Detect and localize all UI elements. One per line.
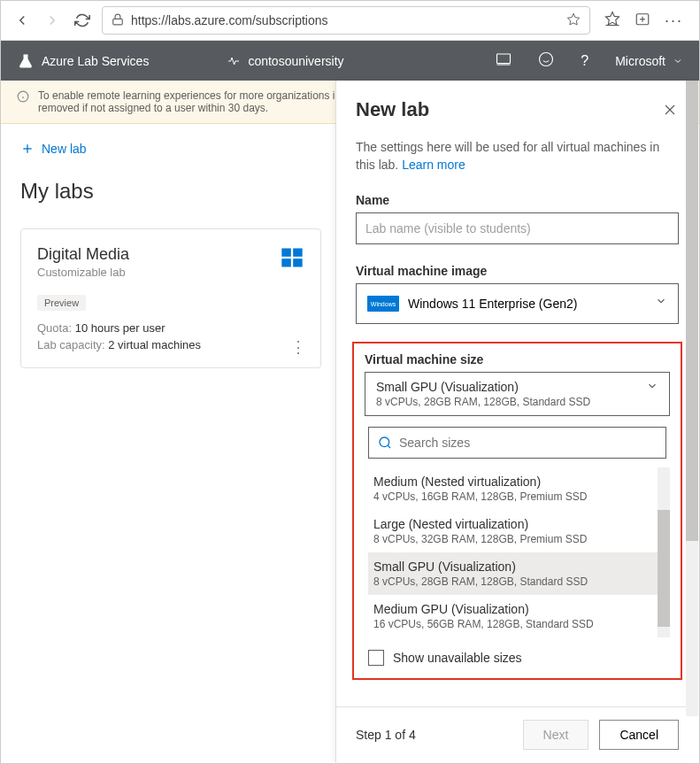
svg-marker-1 [567,13,579,25]
size-search[interactable] [368,427,666,459]
size-scrollbar[interactable] [658,467,670,637]
image-label: Virtual machine image [356,264,679,278]
selected-size-spec: 8 vCPUs, 28GB RAM, 128GB, Standard SSD [376,396,658,408]
org-icon [227,54,241,68]
step-indicator: Step 1 of 4 [356,728,416,742]
collections-icon[interactable] [635,11,650,30]
windows-icon [280,245,304,270]
vm-size-select[interactable]: Small GPU (Visualization) 8 vCPUs, 28GB … [365,372,670,416]
lab-more-button[interactable]: ⋮ [290,337,308,357]
name-label: Name [356,193,679,207]
size-label: Virtual machine size [365,352,670,367]
size-option-name: Medium (Nested virtualization) [373,475,661,489]
size-option[interactable]: Medium GPU (Visualization)16 vCPUs, 56GB… [368,595,666,637]
size-option-spec: 16 vCPUs, 56GB RAM, 128GB, Standard SSD [373,618,661,630]
plus-icon [20,142,35,156]
org-selector[interactable]: contosouniversity [227,54,343,68]
vm-image-select[interactable]: Windows Windows 11 Enterprise (Gen2) [356,283,679,324]
azure-header: Azure Lab Services contosouniversity ? M… [1,41,699,81]
account-name: Microsoft [615,54,665,68]
size-option[interactable]: Large (Nested virtualization)8 vCPUs, 32… [368,510,666,552]
show-unavailable-label: Show unavailable sizes [393,651,522,665]
size-option-name: Small GPU (Visualization) [373,559,661,574]
show-unavailable-checkbox[interactable] [368,650,384,666]
svg-rect-17 [281,259,291,266]
cancel-button[interactable]: Cancel [599,720,679,750]
lock-icon [112,13,124,28]
forward-button[interactable] [42,10,63,31]
selected-size-name: Small GPU (Visualization) [376,380,658,394]
size-option[interactable]: Medium (Nested virtualization)4 vCPUs, 1… [368,467,666,510]
close-button[interactable] [661,101,679,119]
feedback-icon[interactable] [538,51,554,70]
size-option[interactable]: Small GPU (Visualization)8 vCPUs, 28GB R… [368,552,666,595]
url-text: https://labs.azure.com/subscriptions [131,13,559,27]
chevron-down-icon [646,380,658,396]
svg-rect-7 [497,54,511,64]
new-lab-panel: New lab The settings here will be used f… [335,81,698,762]
more-icon[interactable]: ··· [665,12,683,30]
svg-rect-15 [281,249,291,257]
star-add-icon[interactable] [566,12,581,29]
monitor-icon[interactable] [496,51,512,70]
search-icon [378,436,392,450]
chevron-down-icon [673,56,683,66]
show-unavailable-row[interactable]: Show unavailable sizes [368,650,666,666]
svg-marker-2 [605,12,619,25]
lab-quota: Quota: 10 hours per user [37,321,304,335]
svg-rect-18 [293,259,303,266]
lab-name-input[interactable] [356,212,679,244]
chevron-down-icon [655,295,667,311]
account-menu[interactable]: Microsoft [615,54,683,68]
product-logo[interactable]: Azure Lab Services [17,52,149,70]
new-lab-button[interactable]: New lab [20,138,87,159]
back-button[interactable] [12,10,33,31]
favorites-icon[interactable] [604,11,620,30]
lab-card[interactable]: Digital Media Customizable lab Preview Q… [20,228,321,368]
browser-toolbar: https://labs.azure.com/subscriptions ··· [1,1,699,41]
lab-capacity: Lab capacity: 2 virtual machines [37,338,304,351]
svg-point-21 [380,437,389,447]
product-name: Azure Lab Services [42,54,149,68]
size-option-name: Medium GPU (Visualization) [373,602,661,616]
lab-name: Digital Media [37,245,304,264]
size-option-name: Large (Nested virtualization) [373,517,661,531]
panel-scrollbar[interactable] [686,81,698,716]
next-button[interactable]: Next [523,720,589,750]
panel-title: New lab [356,98,429,121]
size-option-spec: 8 vCPUs, 32GB RAM, 128GB, Premium SSD [373,533,661,545]
org-name: contosouniversity [248,54,343,68]
refresh-button[interactable] [72,10,93,31]
panel-description: The settings here will be used for all v… [356,139,679,174]
size-option-spec: 8 vCPUs, 28GB RAM, 128GB, Standard SSD [373,575,661,588]
address-bar[interactable]: https://labs.azure.com/subscriptions [102,6,590,35]
browser-actions: ··· [599,11,688,30]
svg-point-9 [540,53,553,66]
svg-rect-16 [293,249,303,257]
lab-icon [17,52,35,70]
svg-rect-0 [113,19,123,24]
size-option-spec: 4 vCPUs, 16GB RAM, 128GB, Premium SSD [373,490,661,503]
size-search-input[interactable] [399,436,657,450]
panel-footer: Step 1 of 4 Next Cancel [336,706,698,762]
size-list: Medium (Nested virtualization)4 vCPUs, 1… [368,467,666,637]
new-lab-label: New lab [42,142,87,156]
vm-image-value: Windows 11 Enterprise (Gen2) [408,297,577,311]
svg-line-22 [388,445,390,448]
learn-more-link[interactable]: Learn more [402,158,465,172]
vm-size-section: Virtual machine size Small GPU (Visualiz… [352,342,682,680]
info-icon [17,90,29,114]
lab-subtitle: Customizable lab [37,266,304,279]
lab-tag: Preview [37,295,86,311]
help-icon[interactable]: ? [581,53,588,69]
windows-badge: Windows [367,296,399,312]
